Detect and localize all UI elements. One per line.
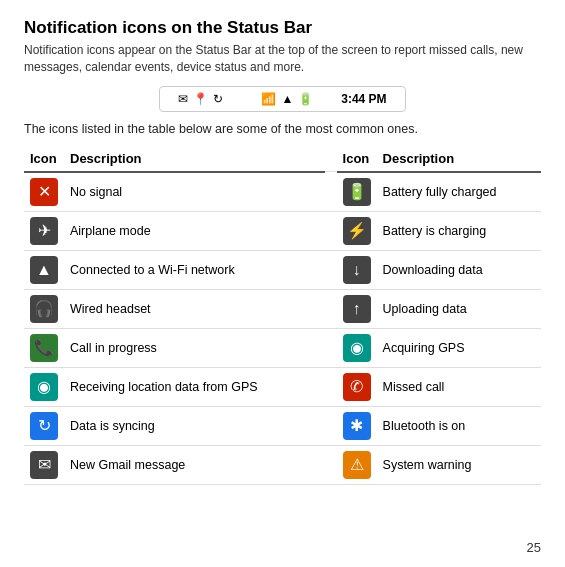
- left-icon: ✉: [30, 451, 58, 479]
- status-bar-right-icons: 📶 ▲ 🔋: [261, 92, 313, 106]
- col2-icon-header: Icon: [337, 146, 377, 172]
- left-icon: ▲: [30, 256, 58, 284]
- notification-icon-3: ↻: [213, 92, 223, 106]
- col-separator: [325, 250, 337, 289]
- right-icon-cell: ✱: [337, 406, 377, 445]
- right-icon-cell: ✆: [337, 367, 377, 406]
- icons-table: Icon Description Icon Description ✕No si…: [24, 146, 541, 485]
- table-row: 📞Call in progress◉Acquiring GPS: [24, 328, 541, 367]
- page-title: Notification icons on the Status Bar: [24, 18, 541, 38]
- col-separator: [325, 328, 337, 367]
- right-icon: 🔋: [343, 178, 371, 206]
- right-desc: Bluetooth is on: [377, 406, 541, 445]
- left-icon-cell: 📞: [24, 328, 64, 367]
- right-icon-cell: 🔋: [337, 172, 377, 212]
- right-icon-cell: ↑: [337, 289, 377, 328]
- col-separator: [325, 406, 337, 445]
- page-number: 25: [527, 540, 541, 555]
- col1-icon-header: Icon: [24, 146, 64, 172]
- left-icon-cell: ✕: [24, 172, 64, 212]
- left-desc: New Gmail message: [64, 445, 325, 484]
- left-icon-cell: ✈: [24, 211, 64, 250]
- left-desc: No signal: [64, 172, 325, 212]
- intro-text: The icons listed in the table below are …: [24, 122, 541, 136]
- left-desc: Call in progress: [64, 328, 325, 367]
- right-icon-cell: ⚡: [337, 211, 377, 250]
- left-icon-cell: ✉: [24, 445, 64, 484]
- table-row: ✈Airplane mode⚡Battery is charging: [24, 211, 541, 250]
- left-icon: ↻: [30, 412, 58, 440]
- left-icon-cell: ◉: [24, 367, 64, 406]
- right-icon: ◉: [343, 334, 371, 362]
- right-icon: ↓: [343, 256, 371, 284]
- signal-icon: 📶: [261, 92, 276, 106]
- col-separator: [325, 289, 337, 328]
- table-row: ◉Receiving location data from GPS✆Missed…: [24, 367, 541, 406]
- left-icon-cell: 🎧: [24, 289, 64, 328]
- left-desc: Connected to a Wi-Fi network: [64, 250, 325, 289]
- status-bar-time: 3:44 PM: [341, 92, 386, 106]
- right-icon: ✱: [343, 412, 371, 440]
- battery-icon: 🔋: [298, 92, 313, 106]
- right-icon: ⚡: [343, 217, 371, 245]
- right-icon-cell: ⚠: [337, 445, 377, 484]
- col2-desc-header: Description: [377, 146, 541, 172]
- left-icon-cell: ↻: [24, 406, 64, 445]
- right-desc: Downloading data: [377, 250, 541, 289]
- left-desc: Airplane mode: [64, 211, 325, 250]
- left-desc: Data is syncing: [64, 406, 325, 445]
- left-icon: ◉: [30, 373, 58, 401]
- table-row: ↻Data is syncing✱Bluetooth is on: [24, 406, 541, 445]
- left-icon: 📞: [30, 334, 58, 362]
- right-icon: ✆: [343, 373, 371, 401]
- wifi-icon: ▲: [281, 92, 293, 106]
- col1-desc-header: Description: [64, 146, 325, 172]
- left-icon: 🎧: [30, 295, 58, 323]
- left-icon: ✕: [30, 178, 58, 206]
- table-row: 🎧Wired headset↑Uploading data: [24, 289, 541, 328]
- right-desc: System warning: [377, 445, 541, 484]
- col-separator: [325, 211, 337, 250]
- left-icon-cell: ▲: [24, 250, 64, 289]
- table-row: ✉New Gmail message⚠System warning: [24, 445, 541, 484]
- notification-icon-1: ✉: [178, 92, 188, 106]
- col-separator: [325, 172, 337, 212]
- right-icon: ↑: [343, 295, 371, 323]
- right-desc: Battery is charging: [377, 211, 541, 250]
- table-row: ✕No signal🔋Battery fully charged: [24, 172, 541, 212]
- left-desc: Receiving location data from GPS: [64, 367, 325, 406]
- status-bar-left-icons: ✉ 📍 ↻: [178, 92, 223, 106]
- right-desc: Missed call: [377, 367, 541, 406]
- col-separator: [325, 367, 337, 406]
- right-icon-cell: ◉: [337, 328, 377, 367]
- left-desc: Wired headset: [64, 289, 325, 328]
- right-desc: Uploading data: [377, 289, 541, 328]
- right-icon-cell: ↓: [337, 250, 377, 289]
- table-row: ▲Connected to a Wi-Fi network↓Downloadin…: [24, 250, 541, 289]
- right-desc: Battery fully charged: [377, 172, 541, 212]
- notification-icon-2: 📍: [193, 92, 208, 106]
- right-desc: Acquiring GPS: [377, 328, 541, 367]
- left-icon: ✈: [30, 217, 58, 245]
- status-bar-example: ✉ 📍 ↻ 📶 ▲ 🔋 3:44 PM: [24, 86, 541, 112]
- col-separator: [325, 445, 337, 484]
- right-icon: ⚠: [343, 451, 371, 479]
- page-subtitle: Notification icons appear on the Status …: [24, 42, 541, 76]
